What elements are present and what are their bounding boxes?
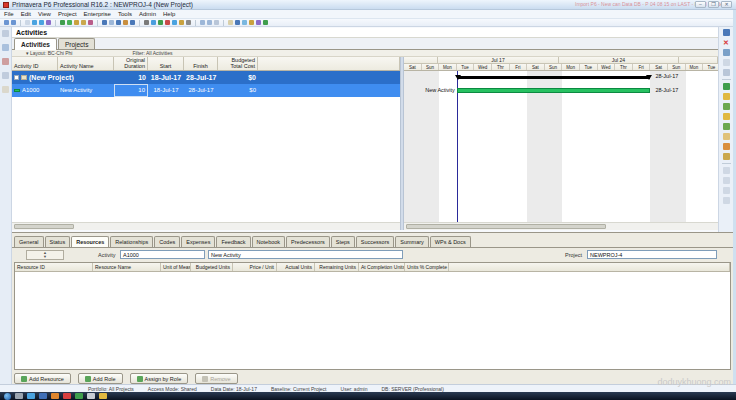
toolbar-icon[interactable] [39, 20, 44, 25]
taskbar-app-icon[interactable] [15, 393, 23, 399]
toolbar-icon[interactable] [60, 20, 65, 25]
column-header-activity-id[interactable]: Activity ID [12, 57, 58, 70]
toolbar-icon[interactable] [74, 20, 79, 25]
toolbar-icon[interactable] [109, 20, 114, 25]
toolbar-icon[interactable] [256, 20, 261, 25]
toolbar-icon[interactable] [214, 20, 219, 25]
right-toolbar-icon[interactable] [723, 177, 730, 184]
detail-tab-feedback[interactable]: Feedback [216, 236, 250, 247]
resource-column-actual-units[interactable]: Actual Units [277, 263, 315, 271]
toolbar-icon[interactable] [235, 20, 240, 25]
toolbar-icon[interactable] [172, 20, 177, 25]
right-toolbar-icon[interactable] [723, 187, 730, 194]
menu-file[interactable]: File [4, 11, 14, 17]
resource-column-resource-id[interactable]: Resource ID [15, 263, 93, 271]
column-header-original-duration[interactable]: Original Duration [114, 57, 148, 70]
resource-column-at-completion-units[interactable]: At Completion Units [359, 263, 405, 271]
menu-project[interactable]: Project [58, 11, 77, 17]
toolbar-icon[interactable] [165, 20, 170, 25]
right-toolbar-icon[interactable] [723, 103, 730, 110]
right-toolbar-icon[interactable] [723, 113, 730, 120]
right-toolbar-icon[interactable] [723, 167, 730, 174]
column-header-finish[interactable]: Finish [184, 57, 218, 70]
taskbar-app-icon[interactable] [75, 393, 83, 399]
menu-tools[interactable]: Tools [118, 11, 132, 17]
column-header-start[interactable]: Start [148, 57, 184, 70]
toolbar-icon[interactable] [186, 20, 191, 25]
assign-by-role-button[interactable]: Assign by Role [130, 373, 189, 384]
layout-label[interactable]: ▾ Layout: BC-Chi Phi [26, 50, 72, 56]
start-button-icon[interactable] [4, 393, 11, 400]
toolbar-icon[interactable] [32, 20, 37, 25]
detail-tab-predecessors[interactable]: Predecessors [286, 236, 330, 247]
detail-tab-summary[interactable]: Summary [395, 236, 429, 247]
toolbar-icon[interactable] [102, 20, 107, 25]
left-toolbar-icon[interactable] [2, 58, 9, 65]
table-row[interactable]: A1000New Activity1018-Jul-1728-Jul-17$0 [12, 84, 400, 97]
toolbar-icon[interactable] [46, 20, 51, 25]
task-bar[interactable] [457, 88, 651, 93]
left-toolbar-icon[interactable] [2, 72, 9, 79]
detail-tab-successors[interactable]: Successors [356, 236, 394, 247]
toolbar-icon[interactable] [263, 20, 268, 25]
detail-tab-notebook[interactable]: Notebook [252, 236, 286, 247]
toolbar-icon[interactable] [242, 20, 247, 25]
right-toolbar-icon[interactable] [723, 133, 730, 140]
taskbar-app-icon[interactable] [87, 393, 95, 399]
add-resource-button[interactable]: Add Resource [14, 373, 71, 384]
detail-tab-relationships[interactable]: Relationships [110, 236, 153, 247]
taskbar-app-icon[interactable] [39, 393, 47, 399]
filter-label[interactable]: Filter: All Activities [132, 50, 172, 56]
toolbar-icon[interactable] [123, 20, 128, 25]
toolbar-icon[interactable] [11, 20, 16, 25]
layout-options-bar[interactable]: ▾ Layout: BC-Chi Phi Filter: All Activit… [12, 50, 733, 57]
right-toolbar-icon[interactable] [723, 49, 730, 56]
table-horizontal-scrollbar[interactable] [12, 222, 400, 230]
summary-bar[interactable] [457, 76, 651, 79]
menu-edit[interactable]: Edit [21, 11, 31, 17]
taskbar-app-icon[interactable] [27, 393, 35, 399]
right-toolbar-icon[interactable] [723, 93, 730, 100]
taskbar-app-icon[interactable] [51, 393, 59, 399]
resource-column-unit-of-meas[interactable]: Unit of Meas [161, 263, 191, 271]
add-role-button[interactable]: Add Role [78, 373, 123, 384]
column-header-budgeted-total-cost[interactable]: Budgeted Total Cost [218, 57, 258, 70]
resource-column-remaining-units[interactable]: Remaining Units [315, 263, 359, 271]
detail-tab-steps[interactable]: Steps [331, 236, 355, 247]
detail-tab-codes[interactable]: Codes [154, 236, 180, 247]
right-toolbar-icon[interactable] [723, 197, 730, 204]
resource-column-budgeted-units[interactable]: Budgeted Units [191, 263, 233, 271]
menu-help[interactable]: Help [163, 11, 175, 17]
detail-tab-resources[interactable]: Resources [71, 236, 109, 247]
toolbar-icon[interactable] [158, 20, 163, 25]
taskbar-app-icon[interactable] [99, 393, 107, 399]
right-toolbar-icon[interactable] [723, 29, 730, 36]
activity-spinner[interactable]: ▲▼ [26, 250, 64, 260]
tab-activities[interactable]: Activities [14, 38, 57, 50]
toolbar-icon[interactable] [200, 20, 205, 25]
restore-button[interactable]: ❐ [708, 1, 719, 8]
resource-column-price-unit[interactable]: Price / Unit [233, 263, 277, 271]
right-toolbar-icon[interactable] [723, 83, 730, 90]
toolbar-icon[interactable] [4, 20, 9, 25]
right-toolbar-icon[interactable] [723, 123, 730, 130]
activity-id-field[interactable]: A1000 [120, 250, 205, 259]
detail-tab-expenses[interactable]: Expenses [181, 236, 215, 247]
minimize-button[interactable]: – [695, 1, 706, 8]
detail-tab-status[interactable]: Status [45, 236, 71, 247]
toolbar-icon[interactable] [81, 20, 86, 25]
detail-tab-general[interactable]: General [14, 236, 44, 247]
toolbar-icon[interactable] [249, 20, 254, 25]
right-toolbar-icon[interactable] [723, 153, 730, 160]
gantt-horizontal-scrollbar[interactable] [404, 222, 718, 230]
taskbar-app-icon[interactable] [63, 393, 71, 399]
toolbar-icon[interactable] [130, 20, 135, 25]
table-row[interactable]: (New Project)1018-Jul-1728-Jul-17$0 [12, 71, 400, 84]
toolbar-icon[interactable] [116, 20, 121, 25]
toolbar-icon[interactable] [88, 20, 93, 25]
toolbar-icon[interactable] [144, 20, 149, 25]
menu-view[interactable]: View [38, 11, 51, 17]
toolbar-icon[interactable] [151, 20, 156, 25]
toolbar-icon[interactable] [179, 20, 184, 25]
resource-column-units-complete[interactable]: Units % Complete [405, 263, 449, 271]
